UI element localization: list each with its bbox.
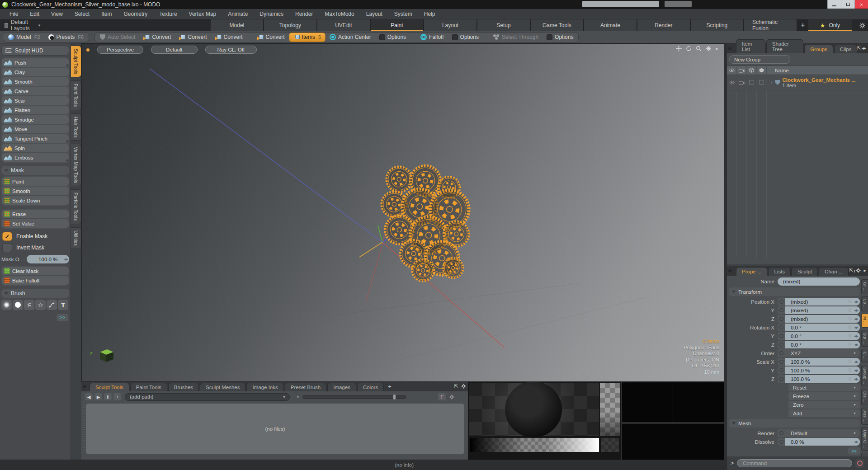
filter-button[interactable]: F (438, 393, 446, 400)
layout-tab[interactable]: Setup (477, 19, 531, 31)
sculpt-tool-button[interactable]: Move (2, 125, 69, 134)
transform-value-field[interactable]: (mixed) 0 ◀▶ (785, 306, 860, 314)
invert-mask-checkbox[interactable] (2, 243, 12, 252)
menu-item[interactable]: Render (289, 11, 319, 17)
bottom-panel-tab[interactable]: Paint Tools (130, 383, 167, 391)
layout-tab[interactable]: UVEdit (317, 19, 371, 31)
dissolve-field[interactable]: 0.0 % ◀▶ (785, 438, 860, 446)
envelope-icon[interactable]: 0 (848, 342, 851, 347)
transform-value-field[interactable]: 0.0 ° 0 ◀▶ (785, 341, 860, 348)
view-type-button[interactable]: Perspective (97, 46, 143, 54)
menu-item[interactable]: Texture (153, 11, 183, 17)
tool-category-tab[interactable]: Sculpt Tools (71, 46, 81, 77)
groups-panel-tab[interactable]: Shader Tree (766, 39, 803, 53)
bottom-panel-tab[interactable]: Image Inks (246, 383, 283, 391)
render-dropdown[interactable]: Default (785, 429, 860, 437)
tool-category-tab[interactable]: Utilities (71, 227, 81, 249)
bottom-panel-tab[interactable]: Preset Brush (285, 383, 326, 391)
bottom-panel-tab[interactable]: Images (327, 383, 356, 391)
panel-arrow-icon[interactable]: ▸ (863, 45, 866, 51)
new-group-button[interactable]: New Group (729, 55, 790, 64)
expand-plus-icon[interactable]: + (770, 80, 773, 85)
envelope-icon[interactable]: 0 (848, 316, 851, 321)
properties-more-button[interactable]: >> (848, 447, 860, 455)
path-dropdown[interactable]: (add path) (125, 393, 290, 401)
channel-toggle[interactable] (778, 324, 785, 331)
text-brush-button[interactable]: T (58, 300, 68, 310)
browser-scrollbar[interactable] (83, 404, 85, 454)
layout-tab[interactable]: Scripting (691, 19, 744, 31)
stepper-icon[interactable]: ◀▶ (854, 326, 858, 329)
properties-edge-tab[interactable]: User C ... (861, 427, 868, 451)
properties-panel-tab[interactable]: Lists (768, 267, 791, 276)
tool-category-tab[interactable]: Paint Tools (71, 80, 81, 110)
menu-item[interactable]: File (4, 11, 24, 17)
add-panel-tab-button[interactable]: + (385, 382, 395, 391)
close-button[interactable]: × (854, 0, 868, 9)
pan-icon[interactable] (676, 46, 682, 52)
layout-settings-button[interactable] (857, 19, 868, 31)
properties-panel-tab[interactable]: Sculpt (792, 267, 818, 276)
sculpt-tool-button[interactable]: Scar (2, 96, 69, 105)
channel-toggle[interactable] (778, 349, 785, 357)
menu-item[interactable]: Vertex Map (183, 11, 222, 17)
command-input[interactable]: Command (737, 459, 852, 467)
shading-mode-button[interactable]: Default (151, 46, 197, 54)
presets-button[interactable]: Presets F6 (44, 33, 88, 42)
transform-value-field[interactable]: 100.0 % 0 ◀▶ (785, 358, 860, 366)
menu-item[interactable]: Animate (222, 11, 254, 17)
transform-action-dropdown[interactable]: Reset (788, 384, 860, 391)
envelope-icon[interactable]: 0 (848, 334, 851, 338)
enable-mask-checkbox[interactable]: ✓ (2, 232, 12, 241)
layout-tab[interactable]: Layout (424, 19, 477, 31)
row-select-checkbox[interactable] (757, 80, 767, 85)
properties-edge-tab[interactable]: Ass ... (861, 408, 868, 425)
expand-panel-icon[interactable]: ⇱ (454, 383, 458, 389)
properties-edge-tab[interactable]: Sur ... (861, 330, 868, 347)
bottom-panel-tab[interactable]: Sculpt Tools (90, 383, 129, 391)
transform-action-dropdown[interactable]: Zero (788, 401, 860, 409)
tool-category-tab[interactable]: Particle Tools (71, 189, 81, 224)
transform-value-field[interactable]: 100.0 % 0 ◀▶ (785, 375, 860, 383)
envelope-icon[interactable]: 0 (848, 359, 851, 364)
properties-edge-tab[interactable]: M ... (861, 314, 868, 327)
menu-item[interactable]: Layout (360, 11, 388, 17)
gradient-ramp-preview[interactable] (470, 438, 599, 452)
back-button[interactable]: ◀ (85, 393, 93, 400)
channel-toggle[interactable] (778, 315, 785, 323)
channel-toggle[interactable] (778, 358, 785, 366)
tool-category-tab[interactable]: Vertex Map Tools (71, 144, 81, 186)
macro-record-button[interactable] (855, 459, 864, 468)
sculpt-tool-button[interactable]: Clay (2, 68, 69, 77)
mask-tool-button[interactable]: Scale Down (2, 196, 69, 205)
maximize-button[interactable] (841, 0, 854, 9)
add-layout-tab-button[interactable]: + (797, 19, 808, 31)
stepper-icon[interactable]: ◀▶ (854, 440, 858, 444)
groups-panel-tab[interactable]: Item List (736, 39, 765, 53)
curve-brush-button[interactable] (47, 300, 57, 310)
transform-action-dropdown[interactable]: Freeze (788, 392, 860, 400)
bottom-panel-tab[interactable]: Colors (357, 383, 384, 391)
transform-value-field[interactable]: 0.0 ° 0 ◀▶ (785, 324, 860, 331)
layout-tab[interactable]: Game Tools (531, 19, 584, 31)
sculpt-tool-button[interactable]: Smooth (2, 77, 69, 86)
mask-section-header[interactable]: Mask (1, 166, 69, 175)
groups-panel-tab[interactable]: Clips (834, 45, 858, 53)
menu-item[interactable]: System (388, 11, 418, 17)
model-mode-button[interactable]: Model F2 (4, 33, 44, 42)
thumbnail-size-slider[interactable] (302, 395, 406, 399)
sculpt-hud-header[interactable]: HUD Sculpt HUD (1, 45, 69, 56)
sculpt-tool-button[interactable]: Tangent Pinch (2, 134, 69, 143)
menu-item[interactable]: Geometry (118, 11, 154, 17)
transform-value-field[interactable]: XYZ 0 ◀▶ (785, 349, 860, 357)
expand-panel-icon[interactable]: ⇱ (857, 45, 861, 51)
bottom-panel-tab[interactable]: Brushes (168, 383, 199, 391)
auto-select-button[interactable]: Auto Select (96, 33, 139, 42)
zoom-icon[interactable] (696, 46, 702, 52)
channel-toggle[interactable] (778, 298, 785, 306)
viewport-3d[interactable]: Perspective Default Ray GL: Off ▸ -2 z 6… (81, 43, 724, 382)
channel-toggle[interactable] (778, 332, 785, 340)
sidebar-more-button[interactable]: >> (57, 314, 68, 321)
tool-category-tab[interactable]: Hair Tools (71, 113, 81, 141)
up-directory-button[interactable]: ⬆ (104, 393, 112, 400)
